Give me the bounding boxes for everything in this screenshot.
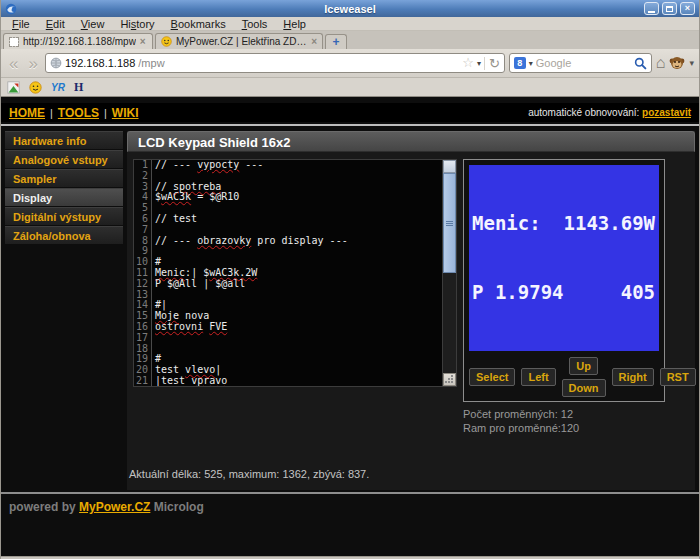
resize-grip-icon[interactable] xyxy=(451,381,453,383)
editor-line: 8// --- obrazovky pro display --- xyxy=(134,236,442,247)
menu-bookmarks[interactable]: Bookmarks xyxy=(164,18,233,30)
editor-line: 16ostrovni FVE xyxy=(134,322,442,333)
editor-line: 1// --- vypocty --- xyxy=(134,160,442,171)
editor-line: 6// test xyxy=(134,214,442,225)
tab-label: http://192.168.1.188/mpw xyxy=(23,36,136,47)
navigation-toolbar: « » 192.168.1.188/mpw ☆ ▾ ↻ 8 ▾ ⌂ xyxy=(1,49,699,78)
url-host-text: 192.168.1.188 xyxy=(65,57,135,69)
toolbar-overflow-icon[interactable]: ▾ xyxy=(689,58,694,68)
search-input[interactable] xyxy=(536,57,631,69)
menu-help[interactable]: Help xyxy=(276,18,313,30)
browser-window: Iceweasel × FileEditViewHistoryBookmarks… xyxy=(0,0,700,559)
nav-link-home[interactable]: HOME xyxy=(9,106,45,120)
tab-close-icon[interactable]: × xyxy=(140,36,146,47)
editor-code: 1// --- vypocty ---23// spotreba4$wAC3k … xyxy=(134,160,442,387)
bookmark-yr-icon[interactable]: YR xyxy=(51,82,65,93)
sidebar-item-digitalni-vystupy[interactable]: Digitální výstupy xyxy=(5,207,123,225)
auto-refresh-status: automatické obnovování: pozastavit xyxy=(528,107,691,118)
new-tab-button[interactable]: + xyxy=(325,34,347,49)
editor-line: 17 xyxy=(134,333,442,344)
editor-line: 13 xyxy=(134,290,442,301)
editor-line: 21|test vpravo xyxy=(134,376,442,387)
sidebar-item-zaloha-obnova[interactable]: Záloha/obnova xyxy=(5,226,123,244)
tab-current-page[interactable]: http://192.168.1.188/mpw × xyxy=(3,33,153,49)
home-icon[interactable]: ⌂ xyxy=(656,55,666,71)
bookmark-h-icon[interactable]: H xyxy=(74,80,83,95)
select-button[interactable]: Select xyxy=(469,368,515,386)
variables-ram: Ram pro proměnné:120 xyxy=(463,421,665,435)
sidebar: Hardware infoAnalogové vstupySamplerDisp… xyxy=(5,131,123,245)
url-dropdown-icon[interactable]: ▾ xyxy=(477,59,481,68)
scroll-down-arrow[interactable] xyxy=(443,373,456,386)
keypad: Select Left Up Down Right RST xyxy=(469,358,659,396)
search-bar[interactable]: 8 ▾ xyxy=(509,53,652,73)
reload-icon[interactable]: ↻ xyxy=(484,57,500,70)
footer: powered by MyPower.CZ Microlog xyxy=(1,494,699,520)
nav-link-tools[interactable]: TOOLS xyxy=(58,106,99,120)
bookmark-smiley-icon[interactable] xyxy=(29,81,42,94)
default-page-icon xyxy=(9,37,19,47)
lcd-keypad-panel: Menic: 1143.69W P 1.9794 405 Select Left… xyxy=(463,159,665,402)
url-bar[interactable]: 192.168.1.188/mpw ☆ ▾ ↻ xyxy=(45,53,505,73)
footer-suffix: Microlog xyxy=(154,500,204,514)
menu-history[interactable]: History xyxy=(113,18,161,30)
length-status: Aktuální délka: 525, maximum: 1362, zbýv… xyxy=(129,468,695,490)
left-button[interactable]: Left xyxy=(521,368,555,386)
lcd-screen: Menic: 1143.69W P 1.9794 405 xyxy=(469,165,659,351)
search-engine-dropdown-icon[interactable]: ▾ xyxy=(529,59,533,68)
editor-scrollbar[interactable] xyxy=(442,160,456,386)
site-top-navigation: HOME | TOOLS | WIKI automatické obnovová… xyxy=(1,103,699,122)
footer-prefix: powered by xyxy=(9,500,76,514)
rst-button[interactable]: RST xyxy=(660,368,696,386)
editor-line: 18 xyxy=(134,344,442,355)
search-icon[interactable] xyxy=(634,57,647,70)
display-script-editor[interactable]: 1// --- vypocty ---23// spotreba4$wAC3k … xyxy=(133,159,457,387)
variable-stats: Počet proměnných: 12 Ram pro proměnné:12… xyxy=(463,407,665,435)
down-button[interactable]: Down xyxy=(562,379,606,397)
scroll-up-arrow[interactable] xyxy=(443,160,456,173)
globe-icon xyxy=(50,57,62,69)
scrollbar-thumb[interactable] xyxy=(443,173,456,273)
menu-file[interactable]: File xyxy=(5,18,37,30)
title-bar: Iceweasel × xyxy=(1,0,699,17)
sidebar-item-analogove-vstupy[interactable]: Analogové vstupy xyxy=(5,150,123,168)
tab-mypower[interactable]: MyPower.CZ | Elektřina ZDARMA! × xyxy=(155,33,323,49)
pause-refresh-link[interactable]: pozastavit xyxy=(642,107,691,118)
editor-line: 12P $@All | $@all xyxy=(134,279,442,290)
sidebar-item-hardware-info[interactable]: Hardware info xyxy=(5,131,123,149)
editor-line: 4$wAC3k = $@R10 xyxy=(134,192,442,203)
lcd-line-1: Menic: 1143.69W xyxy=(472,212,656,235)
sidebar-item-display[interactable]: Display xyxy=(5,188,123,206)
page-viewport: HOME | TOOLS | WIKI automatické obnovová… xyxy=(1,97,699,556)
menu-tools[interactable]: Tools xyxy=(235,18,275,30)
lcd-line-2: P 1.9794 405 xyxy=(472,281,656,304)
minimize-button[interactable] xyxy=(644,2,659,15)
url-path-text: /mpw xyxy=(138,57,164,69)
main-panel: LCD Keypad Shield 16x2 1// --- vypocty -… xyxy=(127,131,695,490)
up-button[interactable]: Up xyxy=(569,357,598,375)
bookmark-chart-icon[interactable] xyxy=(7,81,20,94)
right-button[interactable]: Right xyxy=(612,368,654,386)
forward-button[interactable]: » xyxy=(25,55,40,72)
mypower-link[interactable]: MyPower.CZ xyxy=(79,500,150,514)
menu-edit[interactable]: Edit xyxy=(39,18,72,30)
menu-view[interactable]: View xyxy=(74,18,112,30)
menubar: FileEditViewHistoryBookmarksToolsHelp xyxy=(1,17,699,31)
close-button[interactable]: × xyxy=(680,2,695,15)
tab-close-icon[interactable]: × xyxy=(311,36,317,47)
foxyproxy-monkey-icon[interactable] xyxy=(669,55,685,71)
maximize-button[interactable] xyxy=(662,2,677,15)
tab-label: MyPower.CZ | Elektřina ZDARMA! xyxy=(176,36,307,47)
nav-link-wiki[interactable]: WIKI xyxy=(112,106,139,120)
bookmark-star-icon[interactable]: ☆ xyxy=(462,57,474,69)
auto-refresh-label: automatické obnovování: xyxy=(528,107,639,118)
window-title: Iceweasel xyxy=(1,3,699,15)
divider xyxy=(1,124,699,126)
page-title: LCD Keypad Shield 16x2 xyxy=(127,131,695,152)
back-button[interactable]: « xyxy=(6,55,21,72)
bookmarks-toolbar: YR H xyxy=(1,78,699,97)
nav-separator: | xyxy=(50,107,53,119)
sidebar-item-sampler[interactable]: Sampler xyxy=(5,169,123,187)
google-engine-icon: 8 xyxy=(514,57,526,69)
variables-count: Počet proměnných: 12 xyxy=(463,407,665,421)
